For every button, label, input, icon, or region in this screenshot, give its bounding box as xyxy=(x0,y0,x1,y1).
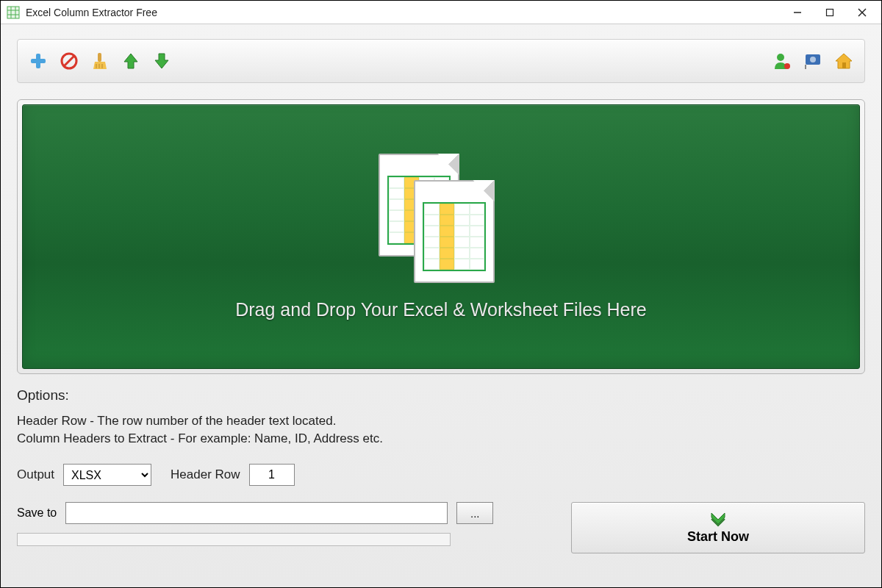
output-format-select[interactable]: XLSX xyxy=(63,464,151,486)
app-icon xyxy=(7,6,20,19)
svg-rect-13 xyxy=(98,53,101,62)
svg-line-12 xyxy=(64,56,74,66)
svg-point-20 xyxy=(810,57,816,62)
clear-button[interactable] xyxy=(88,49,112,73)
window-controls xyxy=(781,2,878,23)
add-button[interactable] xyxy=(26,49,50,73)
close-icon xyxy=(858,8,867,17)
dropzone-text: Drag and Drop Your Excel & Worksheet Fil… xyxy=(235,299,647,320)
user-button[interactable] xyxy=(770,49,794,73)
header-row-label: Header Row xyxy=(171,467,240,482)
move-up-icon xyxy=(121,51,140,71)
output-label: Output xyxy=(17,467,54,482)
window-title: Excel Column Extractor Free xyxy=(26,7,781,18)
user-icon xyxy=(772,51,792,71)
svg-rect-22 xyxy=(842,62,846,68)
app-window: Excel Column Extractor Free xyxy=(0,0,882,588)
client-area: Drag and Drop Your Excel & Worksheet Fil… xyxy=(1,24,881,587)
progress-bar xyxy=(17,533,451,546)
svg-point-18 xyxy=(784,63,790,69)
options-help-line-2: Column Headers to Extract - For example:… xyxy=(17,431,865,446)
home-icon xyxy=(834,51,853,71)
svg-rect-6 xyxy=(827,9,833,15)
minimize-icon xyxy=(793,8,802,17)
remove-button[interactable] xyxy=(57,49,81,73)
add-icon xyxy=(29,51,48,71)
bottom-row: Save to ... Start Now xyxy=(17,502,865,553)
move-up-button[interactable] xyxy=(119,49,143,73)
start-button-label: Start Now xyxy=(687,529,749,545)
dropzone-frame: Drag and Drop Your Excel & Worksheet Fil… xyxy=(17,99,865,374)
start-now-button[interactable]: Start Now xyxy=(571,502,865,553)
options-heading: Options: xyxy=(17,387,865,404)
move-down-button[interactable] xyxy=(150,49,173,73)
flag-icon xyxy=(803,51,822,71)
browse-button[interactable]: ... xyxy=(456,502,493,524)
remove-icon xyxy=(60,51,79,71)
minimize-button[interactable] xyxy=(781,2,814,23)
svg-rect-10 xyxy=(31,59,46,63)
maximize-icon xyxy=(825,8,834,17)
header-row-input[interactable] xyxy=(249,464,295,486)
save-path-input[interactable] xyxy=(65,502,448,524)
home-button[interactable] xyxy=(832,49,856,73)
maximize-button[interactable] xyxy=(814,2,846,23)
save-to-label: Save to xyxy=(17,506,57,520)
svg-point-17 xyxy=(777,54,784,61)
document-illustration-icon xyxy=(379,154,503,279)
language-button[interactable] xyxy=(801,49,825,73)
close-button[interactable] xyxy=(846,2,878,23)
drop-zone[interactable]: Drag and Drop Your Excel & Worksheet Fil… xyxy=(22,104,860,369)
start-icon xyxy=(709,512,728,528)
move-down-icon xyxy=(152,51,171,71)
titlebar: Excel Column Extractor Free xyxy=(1,1,881,24)
options-help-line-1: Header Row - The row number of the heade… xyxy=(17,414,865,429)
toolbar xyxy=(17,39,865,83)
options-section: Options: Header Row - The row number of … xyxy=(17,387,865,486)
svg-rect-0 xyxy=(7,7,19,18)
clear-icon xyxy=(90,51,110,71)
